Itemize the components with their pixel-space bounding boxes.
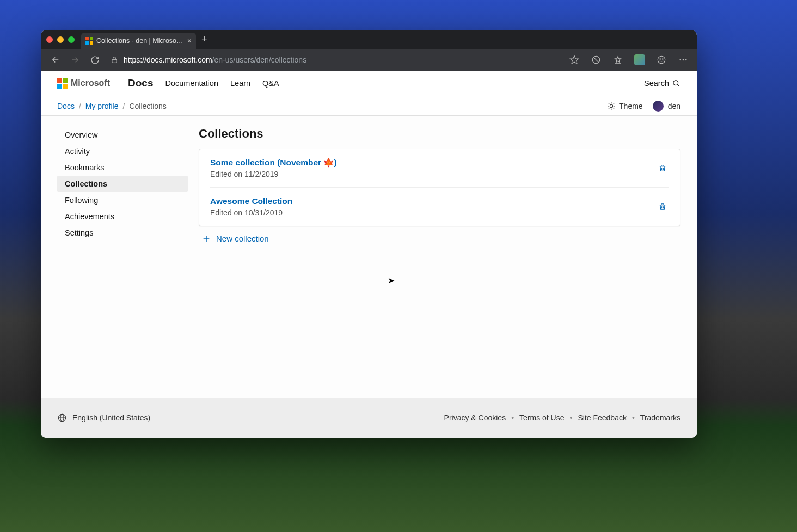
sun-icon [607, 102, 616, 110]
footer-trademarks[interactable]: Trademarks [640, 413, 680, 422]
svg-marker-8 [615, 57, 621, 63]
sidebar-item-collections[interactable]: Collections [57, 176, 188, 192]
tab-bar: Collections - den | Microsoft Do × + [41, 30, 697, 49]
collection-row: Some collection (November 🍁) Edited on 1… [199, 149, 680, 187]
body-area: Overview Activity Bookmarks Collections … [41, 116, 697, 398]
breadcrumb: Docs / My profile / Collections [57, 102, 167, 110]
header-nav: Documentation Learn Q&A [165, 79, 279, 88]
svg-point-12 [663, 59, 664, 60]
tab-favicon-icon [85, 37, 93, 45]
svg-marker-5 [571, 56, 579, 64]
svg-rect-0 [85, 37, 89, 40]
sidebar-item-following[interactable]: Following [57, 192, 188, 208]
sidebar: Overview Activity Bookmarks Collections … [57, 127, 188, 398]
language-label: English (United States) [72, 413, 150, 422]
svg-line-24 [614, 108, 614, 108]
lock-icon [111, 56, 118, 64]
crumb-profile[interactable]: My profile [85, 102, 119, 110]
collection-title-link[interactable]: Some collection (November 🍁) [210, 158, 337, 168]
tracking-icon[interactable] [589, 53, 603, 67]
url-host: https://docs.microsoft.com [124, 55, 212, 64]
tab-close-icon[interactable]: × [187, 36, 192, 45]
svg-rect-4 [112, 59, 117, 63]
trash-icon [658, 202, 667, 211]
nav-documentation[interactable]: Documentation [165, 79, 218, 88]
nav-learn[interactable]: Learn [230, 79, 250, 88]
sidebar-item-settings[interactable]: Settings [57, 225, 188, 241]
url-path: /en-us/users/den/collections [212, 55, 307, 64]
plus-icon [202, 234, 211, 243]
language-selector[interactable]: English (United States) [57, 413, 150, 423]
window-close-button[interactable] [46, 36, 53, 43]
browser-window: Collections - den | Microsoft Do × + htt… [41, 30, 697, 438]
svg-point-15 [685, 59, 687, 61]
crumb-sep: / [122, 102, 125, 110]
svg-line-25 [609, 108, 609, 108]
footer-privacy[interactable]: Privacy & Cookies [444, 413, 506, 422]
site-footer: English (United States) Privacy & Cookie… [41, 398, 697, 438]
header-divider [119, 77, 119, 90]
main-column: Collections Some collection (November 🍁)… [199, 127, 680, 398]
browser-tab[interactable]: Collections - den | Microsoft Do × [81, 33, 196, 49]
tab-title: Collections - den | Microsoft Do [96, 37, 184, 45]
svg-point-18 [610, 104, 612, 107]
new-collection-label: New collection [216, 234, 269, 243]
svg-rect-3 [90, 41, 93, 45]
sidebar-item-achievements[interactable]: Achievements [57, 208, 188, 225]
url-field[interactable]: https://docs.microsoft.com/en-us/users/d… [106, 55, 559, 64]
nav-reload-button[interactable] [87, 52, 103, 68]
footer-links: Privacy & Cookies • Terms of Use • Site … [444, 413, 680, 422]
sidebar-item-bookmarks[interactable]: Bookmarks [57, 159, 188, 176]
user-menu[interactable]: den [653, 101, 680, 112]
nav-back-button[interactable] [47, 52, 64, 68]
toolbar-right [567, 53, 690, 67]
avatar-icon [653, 101, 664, 112]
docs-brand[interactable]: Docs [128, 77, 153, 89]
search-icon [672, 79, 680, 88]
username: den [668, 102, 680, 110]
favorite-star-icon[interactable] [567, 53, 581, 67]
window-controls [46, 36, 75, 43]
delete-collection-button[interactable] [656, 162, 669, 175]
svg-line-23 [609, 103, 609, 104]
sidebar-item-activity[interactable]: Activity [57, 143, 188, 159]
new-collection-button[interactable]: New collection [199, 226, 680, 251]
svg-point-13 [679, 59, 681, 61]
nav-forward-button[interactable] [67, 52, 83, 68]
feedback-icon[interactable] [654, 53, 669, 67]
search-label: Search [644, 79, 669, 88]
crumb-current: Collections [129, 102, 166, 110]
page-title: Collections [199, 127, 680, 141]
theme-toggle[interactable]: Theme [607, 102, 643, 110]
site-header: Microsoft Docs Documentation Learn Q&A S… [41, 71, 697, 96]
trash-icon [658, 164, 667, 172]
crumb-sep: / [79, 102, 81, 110]
footer-terms[interactable]: Terms of Use [519, 413, 564, 422]
delete-collection-button[interactable] [656, 200, 669, 213]
subheader: Docs / My profile / Collections Theme de… [41, 96, 697, 116]
microsoft-logo[interactable]: Microsoft [57, 78, 110, 89]
footer-feedback[interactable]: Site Feedback [578, 413, 627, 422]
window-minimize-button[interactable] [57, 36, 64, 43]
collections-card: Some collection (November 🍁) Edited on 1… [199, 149, 680, 226]
svg-line-26 [614, 103, 614, 104]
sidebar-item-overview[interactable]: Overview [57, 127, 188, 143]
window-maximize-button[interactable] [68, 36, 75, 43]
new-tab-button[interactable]: + [201, 34, 207, 45]
globe-icon [57, 413, 67, 423]
microsoft-label: Microsoft [71, 78, 110, 88]
crumb-docs[interactable]: Docs [57, 102, 75, 110]
favorites-list-icon[interactable] [611, 53, 625, 67]
svg-rect-1 [90, 37, 93, 40]
svg-point-14 [683, 59, 684, 61]
collection-row: Awesome Collection Edited on 10/31/2019 [210, 187, 669, 226]
search-button[interactable]: Search [644, 79, 680, 88]
svg-point-16 [673, 80, 678, 85]
theme-label: Theme [619, 102, 643, 110]
svg-point-11 [660, 59, 661, 60]
extension-icon[interactable] [633, 53, 647, 67]
more-menu-icon[interactable] [676, 53, 690, 67]
svg-point-10 [658, 56, 665, 64]
collection-title-link[interactable]: Awesome Collection [210, 196, 292, 206]
nav-qa[interactable]: Q&A [262, 79, 279, 88]
